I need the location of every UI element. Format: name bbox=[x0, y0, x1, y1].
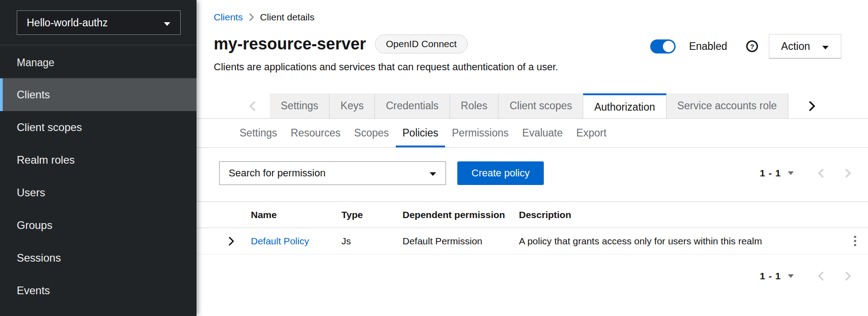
search-permission-select[interactable]: Search for permission bbox=[219, 161, 446, 185]
subtab-export[interactable]: Export bbox=[570, 119, 613, 147]
breadcrumb-separator-icon bbox=[249, 13, 254, 21]
tab-service-accounts-roles[interactable]: Service accounts role bbox=[667, 93, 788, 118]
tabs-scroll-right-button[interactable] bbox=[801, 93, 822, 118]
tab-client-scopes[interactable]: Client scopes bbox=[499, 93, 583, 118]
column-header-type: Type bbox=[341, 209, 403, 220]
nav-section-title: Manage bbox=[0, 45, 197, 78]
pagination-range: 1 - 1 bbox=[760, 271, 781, 282]
subtab-policies[interactable]: Policies bbox=[396, 119, 445, 147]
subtab-settings[interactable]: Settings bbox=[233, 119, 284, 147]
subtab-permissions[interactable]: Permissions bbox=[445, 119, 515, 147]
pagination-prev-button[interactable] bbox=[818, 168, 824, 178]
sidebar-nav: Clients Client scopes Realm roles Users … bbox=[0, 78, 197, 307]
policies-toolbar: Search for permission Create policy 1 - … bbox=[197, 161, 868, 185]
action-label: Action bbox=[781, 40, 810, 53]
sidebar-item-client-scopes[interactable]: Client scopes bbox=[0, 111, 197, 144]
sidebar-item-sessions[interactable]: Sessions bbox=[0, 242, 197, 274]
tab-roles[interactable]: Roles bbox=[450, 93, 499, 118]
pagination-top: 1 - 1 bbox=[760, 168, 851, 179]
policy-dependent-cell: Default Permission bbox=[403, 236, 519, 247]
tab-settings[interactable]: Settings bbox=[270, 93, 330, 118]
sidebar: Hello-world-authz Manage Clients Client … bbox=[0, 0, 197, 316]
column-header-description: Description bbox=[519, 209, 842, 220]
row-expand-chevron-icon[interactable] bbox=[228, 237, 234, 246]
page-header: my-resource-server OpenID Connect Client… bbox=[197, 23, 868, 73]
title-block: my-resource-server OpenID Connect Client… bbox=[214, 34, 558, 73]
breadcrumb-current: Client details bbox=[260, 12, 314, 23]
pagination-prev-button[interactable] bbox=[818, 271, 824, 281]
tab-authorization[interactable]: Authorization bbox=[583, 93, 666, 118]
table-row: Default Policy Js Default Permission A p… bbox=[197, 228, 868, 254]
subtab-evaluate[interactable]: Evaluate bbox=[515, 119, 570, 147]
tab-keys[interactable]: Keys bbox=[330, 93, 375, 118]
tab-credentials[interactable]: Credentials bbox=[375, 93, 450, 118]
authorization-subtabs: Settings Resources Scopes Policies Permi… bbox=[197, 119, 868, 148]
sidebar-item-events[interactable]: Events bbox=[0, 274, 197, 307]
caret-down-icon bbox=[429, 167, 436, 179]
create-policy-button[interactable]: Create policy bbox=[457, 161, 544, 185]
header-controls: Enabled ? Action bbox=[650, 34, 841, 58]
column-header-dependent-permission: Dependent permission bbox=[403, 209, 519, 220]
realm-selector-value: Hello-world-authz bbox=[27, 17, 108, 29]
sidebar-item-realm-roles[interactable]: Realm roles bbox=[0, 144, 197, 176]
help-icon[interactable]: ? bbox=[746, 40, 758, 52]
pagination-range: 1 - 1 bbox=[760, 168, 781, 179]
pagination-next-button[interactable] bbox=[845, 271, 851, 281]
breadcrumb: Clients Client details bbox=[197, 0, 868, 23]
policy-description-cell: A policy that grants access only for use… bbox=[519, 236, 842, 247]
subtab-resources[interactable]: Resources bbox=[284, 119, 347, 147]
enabled-toggle[interactable] bbox=[650, 39, 676, 53]
subtab-scopes[interactable]: Scopes bbox=[347, 119, 396, 147]
policy-name-link[interactable]: Default Policy bbox=[251, 236, 309, 246]
sidebar-item-clients[interactable]: Clients bbox=[0, 78, 197, 111]
tab-strip: Settings Keys Credentials Roles Client s… bbox=[270, 93, 792, 118]
caret-down-icon bbox=[163, 17, 171, 29]
pagination-options-caret-icon[interactable] bbox=[787, 171, 794, 175]
policies-table: Name Type Dependent permission Descripti… bbox=[197, 201, 868, 254]
sidebar-item-users[interactable]: Users bbox=[0, 176, 197, 209]
protocol-badge: OpenID Connect bbox=[375, 34, 467, 53]
pagination-bottom-wrap: 1 - 1 bbox=[197, 271, 868, 282]
page-title: my-resource-server bbox=[214, 34, 366, 54]
page-description: Clients are applications and services th… bbox=[214, 61, 558, 73]
enabled-label: Enabled bbox=[689, 40, 727, 53]
pagination-bottom: 1 - 1 bbox=[760, 271, 851, 282]
main-content: Clients Client details my-resource-serve… bbox=[197, 0, 868, 316]
action-dropdown-button[interactable]: Action bbox=[769, 34, 841, 58]
pagination-options-caret-icon[interactable] bbox=[787, 274, 794, 278]
client-tabs: Settings Keys Credentials Roles Client s… bbox=[197, 93, 868, 119]
realm-selector[interactable]: Hello-world-authz bbox=[17, 10, 181, 35]
breadcrumb-clients-link[interactable]: Clients bbox=[214, 12, 243, 23]
toggle-knob-icon bbox=[663, 41, 674, 52]
search-permission-value: Search for permission bbox=[229, 167, 326, 179]
policy-type-cell: Js bbox=[341, 236, 403, 247]
pagination-next-button[interactable] bbox=[845, 168, 851, 178]
tabs-scroll-left-button[interactable] bbox=[242, 93, 263, 118]
row-kebab-menu-icon[interactable] bbox=[852, 234, 858, 248]
column-header-name: Name bbox=[251, 209, 341, 220]
sidebar-item-groups[interactable]: Groups bbox=[0, 209, 197, 242]
table-header-row: Name Type Dependent permission Descripti… bbox=[197, 201, 868, 228]
caret-down-icon bbox=[822, 40, 829, 53]
